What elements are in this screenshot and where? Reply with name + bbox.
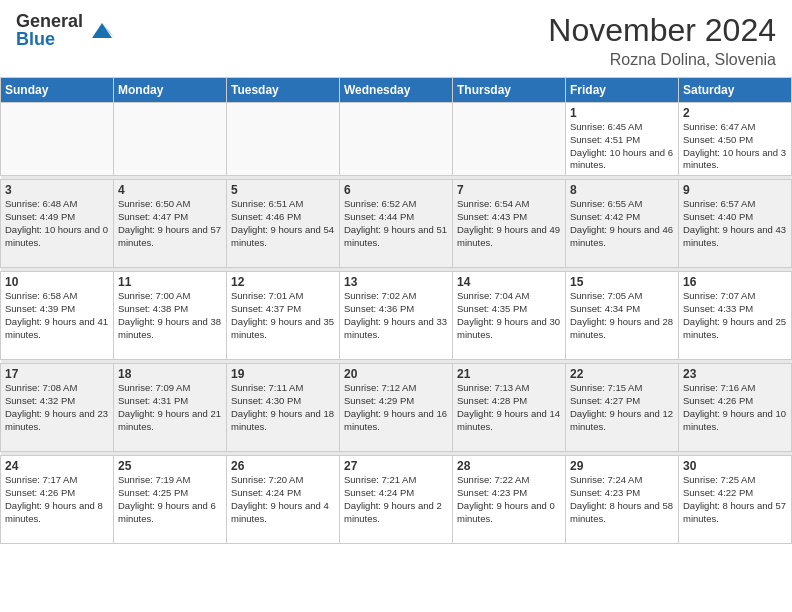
day-number: 30 xyxy=(683,459,787,473)
weekday-header-saturday: Saturday xyxy=(679,78,792,103)
day-number: 16 xyxy=(683,275,787,289)
title-block: November 2024 Rozna Dolina, Slovenia xyxy=(548,12,776,69)
calendar-cell: 3Sunrise: 6:48 AM Sunset: 4:49 PM Daylig… xyxy=(1,180,114,268)
weekday-header-row: SundayMondayTuesdayWednesdayThursdayFrid… xyxy=(1,78,792,103)
day-info: Sunrise: 6:54 AM Sunset: 4:43 PM Dayligh… xyxy=(457,198,561,249)
day-info: Sunrise: 7:20 AM Sunset: 4:24 PM Dayligh… xyxy=(231,474,335,525)
day-number: 26 xyxy=(231,459,335,473)
day-info: Sunrise: 6:55 AM Sunset: 4:42 PM Dayligh… xyxy=(570,198,674,249)
calendar-cell: 30Sunrise: 7:25 AM Sunset: 4:22 PM Dayli… xyxy=(679,456,792,544)
day-number: 13 xyxy=(344,275,448,289)
calendar-cell: 1Sunrise: 6:45 AM Sunset: 4:51 PM Daylig… xyxy=(566,103,679,176)
day-number: 25 xyxy=(118,459,222,473)
day-info: Sunrise: 7:16 AM Sunset: 4:26 PM Dayligh… xyxy=(683,382,787,433)
day-number: 5 xyxy=(231,183,335,197)
day-number: 10 xyxy=(5,275,109,289)
day-number: 7 xyxy=(457,183,561,197)
calendar-cell: 11Sunrise: 7:00 AM Sunset: 4:38 PM Dayli… xyxy=(114,272,227,360)
day-info: Sunrise: 7:05 AM Sunset: 4:34 PM Dayligh… xyxy=(570,290,674,341)
day-number: 15 xyxy=(570,275,674,289)
calendar-week-1: 1Sunrise: 6:45 AM Sunset: 4:51 PM Daylig… xyxy=(1,103,792,176)
day-number: 22 xyxy=(570,367,674,381)
day-info: Sunrise: 7:01 AM Sunset: 4:37 PM Dayligh… xyxy=(231,290,335,341)
day-info: Sunrise: 6:57 AM Sunset: 4:40 PM Dayligh… xyxy=(683,198,787,249)
day-info: Sunrise: 6:47 AM Sunset: 4:50 PM Dayligh… xyxy=(683,121,787,172)
day-info: Sunrise: 7:09 AM Sunset: 4:31 PM Dayligh… xyxy=(118,382,222,433)
day-info: Sunrise: 7:11 AM Sunset: 4:30 PM Dayligh… xyxy=(231,382,335,433)
day-number: 20 xyxy=(344,367,448,381)
day-number: 19 xyxy=(231,367,335,381)
day-info: Sunrise: 7:22 AM Sunset: 4:23 PM Dayligh… xyxy=(457,474,561,525)
day-info: Sunrise: 7:25 AM Sunset: 4:22 PM Dayligh… xyxy=(683,474,787,525)
calendar-cell xyxy=(453,103,566,176)
calendar-cell: 28Sunrise: 7:22 AM Sunset: 4:23 PM Dayli… xyxy=(453,456,566,544)
calendar-week-5: 24Sunrise: 7:17 AM Sunset: 4:26 PM Dayli… xyxy=(1,456,792,544)
day-number: 11 xyxy=(118,275,222,289)
calendar-cell: 7Sunrise: 6:54 AM Sunset: 4:43 PM Daylig… xyxy=(453,180,566,268)
calendar-cell: 5Sunrise: 6:51 AM Sunset: 4:46 PM Daylig… xyxy=(227,180,340,268)
weekday-header-thursday: Thursday xyxy=(453,78,566,103)
calendar-cell: 17Sunrise: 7:08 AM Sunset: 4:32 PM Dayli… xyxy=(1,364,114,452)
day-number: 12 xyxy=(231,275,335,289)
weekday-header-sunday: Sunday xyxy=(1,78,114,103)
svg-marker-0 xyxy=(92,23,112,38)
calendar-cell: 26Sunrise: 7:20 AM Sunset: 4:24 PM Dayli… xyxy=(227,456,340,544)
calendar-cell: 27Sunrise: 7:21 AM Sunset: 4:24 PM Dayli… xyxy=(340,456,453,544)
calendar-cell: 13Sunrise: 7:02 AM Sunset: 4:36 PM Dayli… xyxy=(340,272,453,360)
calendar-cell: 18Sunrise: 7:09 AM Sunset: 4:31 PM Dayli… xyxy=(114,364,227,452)
logo-icon xyxy=(87,18,117,42)
calendar-cell xyxy=(1,103,114,176)
calendar-week-3: 10Sunrise: 6:58 AM Sunset: 4:39 PM Dayli… xyxy=(1,272,792,360)
calendar-cell: 8Sunrise: 6:55 AM Sunset: 4:42 PM Daylig… xyxy=(566,180,679,268)
day-info: Sunrise: 6:45 AM Sunset: 4:51 PM Dayligh… xyxy=(570,121,674,172)
day-info: Sunrise: 7:07 AM Sunset: 4:33 PM Dayligh… xyxy=(683,290,787,341)
weekday-header-monday: Monday xyxy=(114,78,227,103)
day-info: Sunrise: 7:15 AM Sunset: 4:27 PM Dayligh… xyxy=(570,382,674,433)
page-header: General Blue November 2024 Rozna Dolina,… xyxy=(0,0,792,77)
day-number: 27 xyxy=(344,459,448,473)
day-number: 23 xyxy=(683,367,787,381)
calendar-table: SundayMondayTuesdayWednesdayThursdayFrid… xyxy=(0,77,792,544)
day-info: Sunrise: 6:52 AM Sunset: 4:44 PM Dayligh… xyxy=(344,198,448,249)
calendar-cell: 25Sunrise: 7:19 AM Sunset: 4:25 PM Dayli… xyxy=(114,456,227,544)
day-number: 4 xyxy=(118,183,222,197)
day-number: 9 xyxy=(683,183,787,197)
calendar-week-2: 3Sunrise: 6:48 AM Sunset: 4:49 PM Daylig… xyxy=(1,180,792,268)
weekday-header-wednesday: Wednesday xyxy=(340,78,453,103)
day-info: Sunrise: 6:50 AM Sunset: 4:47 PM Dayligh… xyxy=(118,198,222,249)
day-info: Sunrise: 7:02 AM Sunset: 4:36 PM Dayligh… xyxy=(344,290,448,341)
calendar-cell: 22Sunrise: 7:15 AM Sunset: 4:27 PM Dayli… xyxy=(566,364,679,452)
day-number: 14 xyxy=(457,275,561,289)
day-number: 3 xyxy=(5,183,109,197)
day-number: 2 xyxy=(683,106,787,120)
calendar-cell: 9Sunrise: 6:57 AM Sunset: 4:40 PM Daylig… xyxy=(679,180,792,268)
day-number: 28 xyxy=(457,459,561,473)
day-info: Sunrise: 7:21 AM Sunset: 4:24 PM Dayligh… xyxy=(344,474,448,525)
calendar-cell: 23Sunrise: 7:16 AM Sunset: 4:26 PM Dayli… xyxy=(679,364,792,452)
weekday-header-tuesday: Tuesday xyxy=(227,78,340,103)
day-number: 18 xyxy=(118,367,222,381)
weekday-header-friday: Friday xyxy=(566,78,679,103)
day-number: 29 xyxy=(570,459,674,473)
day-info: Sunrise: 7:08 AM Sunset: 4:32 PM Dayligh… xyxy=(5,382,109,433)
calendar-cell xyxy=(227,103,340,176)
day-info: Sunrise: 7:12 AM Sunset: 4:29 PM Dayligh… xyxy=(344,382,448,433)
month-title: November 2024 xyxy=(548,12,776,49)
calendar-cell: 16Sunrise: 7:07 AM Sunset: 4:33 PM Dayli… xyxy=(679,272,792,360)
calendar-cell: 29Sunrise: 7:24 AM Sunset: 4:23 PM Dayli… xyxy=(566,456,679,544)
calendar-cell: 10Sunrise: 6:58 AM Sunset: 4:39 PM Dayli… xyxy=(1,272,114,360)
logo: General Blue xyxy=(16,12,117,48)
calendar-cell xyxy=(340,103,453,176)
logo-general: General xyxy=(16,12,83,30)
calendar-cell: 14Sunrise: 7:04 AM Sunset: 4:35 PM Dayli… xyxy=(453,272,566,360)
day-number: 24 xyxy=(5,459,109,473)
calendar-cell: 19Sunrise: 7:11 AM Sunset: 4:30 PM Dayli… xyxy=(227,364,340,452)
calendar-cell: 24Sunrise: 7:17 AM Sunset: 4:26 PM Dayli… xyxy=(1,456,114,544)
day-number: 6 xyxy=(344,183,448,197)
day-info: Sunrise: 7:17 AM Sunset: 4:26 PM Dayligh… xyxy=(5,474,109,525)
calendar-cell: 4Sunrise: 6:50 AM Sunset: 4:47 PM Daylig… xyxy=(114,180,227,268)
day-info: Sunrise: 7:24 AM Sunset: 4:23 PM Dayligh… xyxy=(570,474,674,525)
day-number: 21 xyxy=(457,367,561,381)
calendar-cell: 12Sunrise: 7:01 AM Sunset: 4:37 PM Dayli… xyxy=(227,272,340,360)
day-info: Sunrise: 6:48 AM Sunset: 4:49 PM Dayligh… xyxy=(5,198,109,249)
